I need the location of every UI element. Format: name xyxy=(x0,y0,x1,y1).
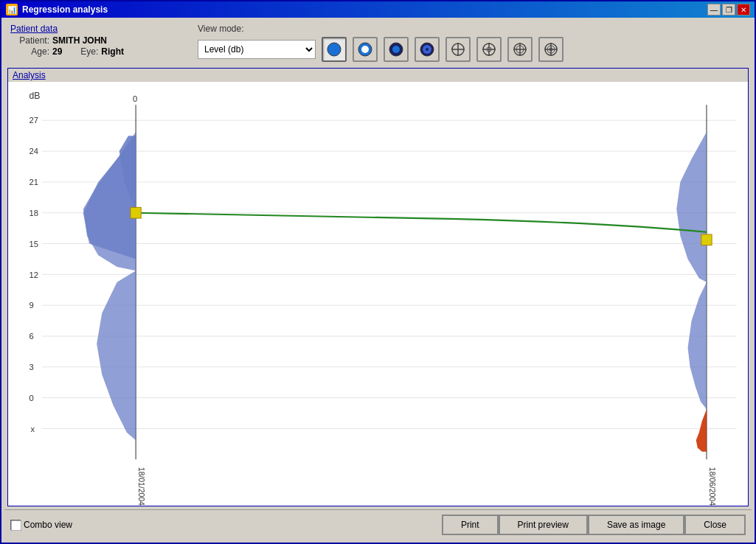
svg-point-7 xyxy=(426,48,429,51)
main-content: Patient data Patient: SMITH JOHN Age: 29… xyxy=(1,18,755,543)
view-mode-btn-5[interactable] xyxy=(445,37,471,62)
svg-text:3: 3 xyxy=(30,363,34,372)
svg-point-0 xyxy=(327,43,341,56)
patient-data-section: Patient data Patient: SMITH JOHN Age: 29… xyxy=(10,24,124,57)
view-mode-btn-7[interactable] xyxy=(507,37,533,62)
svg-text:9: 9 xyxy=(30,301,34,310)
analysis-label[interactable]: Analysis xyxy=(8,69,748,82)
svg-text:x: x xyxy=(31,425,35,433)
close-window-button[interactable]: ✕ xyxy=(737,4,750,15)
svg-text:24: 24 xyxy=(30,147,38,156)
patient-info: Patient: SMITH JOHN Age: 29 Eye: Right xyxy=(10,35,124,57)
svg-text:18: 18 xyxy=(30,209,38,217)
svg-text:6: 6 xyxy=(30,332,34,341)
svg-text:15: 15 xyxy=(30,240,38,248)
view-mode-btn-8[interactable] xyxy=(538,37,563,62)
svg-text:18/01/2004: 18/01/2004 xyxy=(137,467,145,506)
patient-name: SMITH JOHN xyxy=(52,35,107,46)
svg-text:0: 0 xyxy=(133,94,137,103)
svg-rect-58 xyxy=(131,207,141,218)
titlebar: 📊 Regression analysis — ❐ ✕ xyxy=(1,1,755,18)
svg-text:21: 21 xyxy=(30,178,38,186)
view-mode-label: View mode: xyxy=(198,24,563,34)
print-button[interactable]: Print xyxy=(442,515,499,535)
titlebar-left: 📊 Regression analysis xyxy=(6,4,108,15)
svg-text:27: 27 xyxy=(30,116,38,125)
view-mode-btn-4[interactable] xyxy=(415,37,440,62)
minimize-button[interactable]: — xyxy=(707,4,721,15)
close-button[interactable]: Close xyxy=(684,515,746,535)
view-mode-btn-1[interactable] xyxy=(322,37,347,62)
eye-label: Eye: xyxy=(65,46,98,57)
svg-text:12: 12 xyxy=(30,270,38,279)
svg-rect-59 xyxy=(701,234,712,245)
chart-area: Level - Full Field years dB 27 xyxy=(8,82,748,506)
svg-text:0: 0 xyxy=(30,394,34,402)
analysis-section: Analysis Level - Full Field years dB xyxy=(7,68,749,506)
chart-svg: dB 27 24 21 18 15 xyxy=(8,82,748,506)
view-mode-btn-2[interactable] xyxy=(353,37,378,62)
window-title: Regression analysis xyxy=(22,4,108,15)
view-mode-controls: Level (db) Pattern (db) Corrected patter… xyxy=(198,37,563,62)
combo-view-checkbox[interactable] xyxy=(10,520,21,530)
eye-value: Right xyxy=(101,46,124,57)
patient-name-row: Patient: SMITH JOHN xyxy=(16,35,124,46)
svg-point-4 xyxy=(392,46,400,53)
svg-text:dB: dB xyxy=(30,91,41,101)
view-mode-btn-3[interactable] xyxy=(384,37,409,62)
patient-label: Patient: xyxy=(16,35,49,46)
titlebar-controls: — ❐ ✕ xyxy=(707,4,750,15)
svg-rect-62 xyxy=(11,520,21,531)
view-mode-section: View mode: Level (db) Pattern (db) Corre… xyxy=(198,24,563,62)
view-mode-dropdown[interactable]: Level (db) Pattern (db) Corrected patter… xyxy=(198,40,316,59)
restore-button[interactable]: ❐ xyxy=(722,4,735,15)
top-section: Patient data Patient: SMITH JOHN Age: 29… xyxy=(4,21,752,65)
bottom-buttons: Print Print preview Save as image Close xyxy=(442,515,746,535)
svg-point-2 xyxy=(361,46,369,53)
print-preview-button[interactable]: Print preview xyxy=(499,515,588,535)
main-window: 📊 Regression analysis — ❐ ✕ Patient data… xyxy=(0,0,756,544)
app-icon: 📊 xyxy=(6,4,18,15)
view-mode-btn-6[interactable] xyxy=(476,37,502,62)
combo-view: Combo view xyxy=(10,520,72,530)
patient-data-label[interactable]: Patient data xyxy=(10,24,124,34)
patient-details-row: Age: 29 Eye: Right xyxy=(16,46,124,57)
svg-text:18/06/2004: 18/06/2004 xyxy=(708,467,716,506)
age-value: 29 xyxy=(52,46,62,57)
bottom-bar: Combo view Print Print preview Save as i… xyxy=(4,509,752,540)
combo-view-label: Combo view xyxy=(24,520,72,530)
save-image-button[interactable]: Save as image xyxy=(588,515,684,535)
age-label: Age: xyxy=(16,46,49,57)
